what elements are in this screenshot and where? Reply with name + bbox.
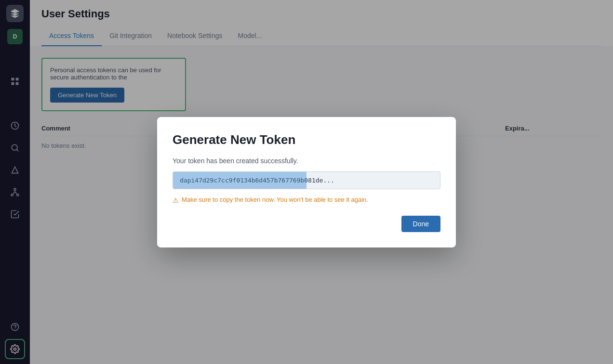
modal-footer: Done: [173, 216, 440, 232]
modal-title: Generate New Token: [173, 132, 440, 147]
done-button[interactable]: Done: [401, 216, 440, 232]
warning-text-content: Make sure to copy the token now. You won…: [182, 196, 368, 203]
token-value: dapi47d29c7cc9f0134b6d457b767769b081de..…: [180, 177, 334, 184]
warning-icon: ⚠: [173, 196, 179, 204]
warning-message: ⚠ Make sure to copy the token now. You w…: [173, 196, 440, 204]
modal-success-message: Your token has been created successfully…: [173, 157, 440, 165]
token-display-field[interactable]: dapi47d29c7cc9f0134b6d457b767769b081de..…: [173, 171, 440, 189]
modal-overlay: Generate New Token Your token has been c…: [0, 0, 613, 364]
generate-token-modal: Generate New Token Your token has been c…: [157, 117, 456, 247]
